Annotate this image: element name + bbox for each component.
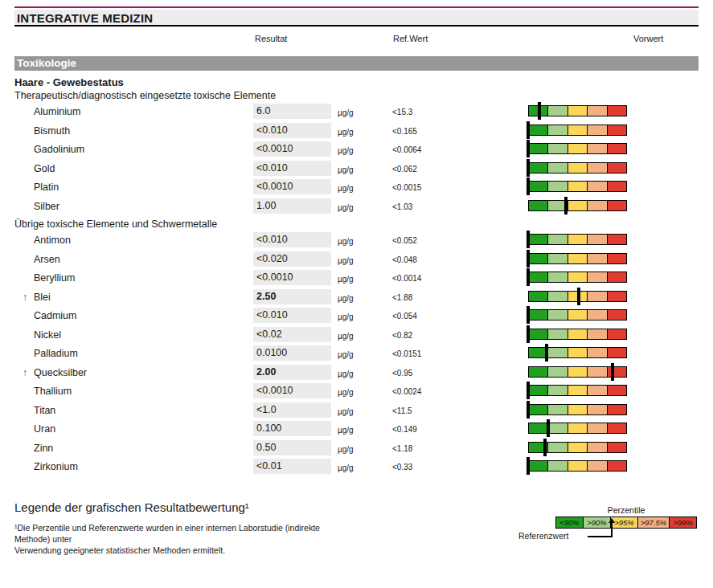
table-row: ↑ Blei 2.50 µg/g <1.88 <box>14 289 699 308</box>
result-value: <0.010 <box>253 232 331 247</box>
section-header-toxikologie: Toxikologie <box>14 56 699 71</box>
result-value: 2.00 <box>253 365 331 380</box>
element-name: Palladium <box>34 348 78 359</box>
element-name: Thallium <box>34 386 72 397</box>
elevated-arrow-icon: ↑ <box>23 292 27 303</box>
result-value: <0.02 <box>253 327 331 342</box>
percentile-bar <box>528 272 627 283</box>
element-name: Antimon <box>34 235 71 246</box>
result-marker <box>538 102 541 120</box>
table-row: Palladium 0.0100 µg/g <0.0151 <box>14 345 699 365</box>
reference-value: <0.33 <box>392 463 412 472</box>
legend-graphic: Perzentile <90%>90%>95%>97.5%>99% Refere… <box>518 505 699 541</box>
table-row: Uran 0.100 µg/g <0.149 <box>14 421 699 440</box>
percentile-bar <box>528 423 627 434</box>
percentile-bar <box>528 162 627 174</box>
result-value: <0.0010 <box>253 383 331 398</box>
reference-value: <0.95 <box>392 369 412 378</box>
percentile-bar <box>528 404 627 415</box>
table-row: Thallium <0.0010 µg/g <0.0024 <box>14 383 699 402</box>
element-name: Aluminium <box>34 106 80 117</box>
result-value: 0.0100 <box>253 345 331 361</box>
table-row: ↑ Quecksilber 2.00 µg/g <0.95 <box>14 365 699 384</box>
reference-value: <0.054 <box>392 312 417 321</box>
unit-label: µg/g <box>338 463 354 472</box>
table-row: Silber 1.00 µg/g <1.03 <box>14 198 699 218</box>
unit-label: µg/g <box>338 146 354 155</box>
table-row: Aluminium 6.0 µg/g <15.3 <box>14 104 699 123</box>
result-marker <box>611 363 614 381</box>
reference-value: <0.82 <box>392 331 412 340</box>
element-name: Bismuth <box>34 125 70 137</box>
reference-value: <0.052 <box>392 236 417 245</box>
column-header-refwert: Ref.Wert <box>393 34 428 43</box>
percentile-bar <box>528 385 627 396</box>
result-value: 0.50 <box>253 440 331 455</box>
reference-value: <0.048 <box>392 255 417 264</box>
element-name: Uran <box>34 423 55 435</box>
reference-value: <1.88 <box>392 293 412 302</box>
result-value: <0.0010 <box>253 141 331 157</box>
legend-section: Legende der grafischen Resultatbewertung… <box>14 500 699 573</box>
callout-up-arrow-icon <box>609 518 615 523</box>
unit-label: µg/g <box>338 312 354 321</box>
percentile-bar <box>528 125 627 136</box>
percentile-bar <box>528 329 627 340</box>
reference-value: <0.0014 <box>392 274 421 283</box>
result-marker <box>543 439 547 456</box>
result-value: <0.0010 <box>253 270 331 285</box>
percentile-bar <box>528 105 627 116</box>
reference-value: <0.0064 <box>392 145 421 154</box>
result-marker <box>527 306 530 324</box>
unit-label: µg/g <box>338 256 354 265</box>
unit-label: µg/g <box>338 203 354 212</box>
result-value: <0.010 <box>253 161 331 176</box>
callout-hline <box>588 536 613 537</box>
element-name: Blei <box>34 292 51 303</box>
lab-report-page: INTEGRATIVE MEDIZIN Resultat Ref.Wert Vo… <box>0 6 713 573</box>
table-row: Bismuth <0.010 µg/g <0.165 <box>14 123 699 142</box>
result-value: <1.0 <box>253 402 331 418</box>
table-row: Titan <1.0 µg/g <11.5 <box>14 402 699 422</box>
percentile-bar <box>528 291 627 302</box>
unit-label: µg/g <box>338 275 354 284</box>
elevated-arrow-icon: ↑ <box>23 367 27 378</box>
result-marker <box>527 382 530 399</box>
unit-label: µg/g <box>338 350 354 359</box>
element-name: Zinn <box>34 443 53 454</box>
table-row: Arsen <0.020 µg/g <0.048 <box>14 251 699 271</box>
result-value: <0.020 <box>253 251 331 267</box>
percentile-bar <box>528 347 627 358</box>
unit-label: µg/g <box>338 445 354 454</box>
accent-top-line <box>14 6 699 8</box>
percentile-bar <box>528 309 627 321</box>
reference-value: <0.0151 <box>392 349 421 358</box>
referenzwert-label: Referenzwert <box>518 531 568 541</box>
result-marker <box>577 288 580 305</box>
result-marker <box>527 457 530 475</box>
column-header-resultat: Resultat <box>255 34 287 43</box>
table-row: Gadolinium <0.0010 µg/g <0.0064 <box>14 141 699 161</box>
percentile-label: Perzentile <box>555 505 697 515</box>
element-name: Nickel <box>34 329 61 341</box>
legend-segment-lt90: <90% <box>555 517 584 529</box>
result-marker <box>527 178 530 195</box>
legend-footnote: ¹Die Perzentile und Referenzwerte wurden… <box>14 522 352 557</box>
table-row: Cadmium <0.010 µg/g <0.054 <box>14 308 699 327</box>
legend-scale-bar: <90%>90%>95%>97.5%>99% <box>555 517 697 529</box>
referenzwert-callout: Referenzwert <box>518 529 699 541</box>
legend-segment-gt99: >99% <box>669 517 697 529</box>
element-name: Gadolinium <box>34 144 84 155</box>
table-row: Gold <0.010 µg/g <0.062 <box>14 161 699 180</box>
result-marker <box>527 268 530 286</box>
legend-segment-gt90: >90% <box>583 517 611 529</box>
reference-value: <0.165 <box>392 127 417 136</box>
percentile-bar <box>528 460 627 472</box>
element-name: Silber <box>34 201 59 212</box>
percentile-bar <box>528 181 627 192</box>
table-row: Antimon <0.010 µg/g <0.052 <box>14 232 699 251</box>
result-marker <box>527 325 530 343</box>
result-value: <0.01 <box>253 459 331 474</box>
result-marker <box>527 250 530 267</box>
group-label-uebrige: Übrige toxische Elemente und Schwermetal… <box>14 218 699 232</box>
